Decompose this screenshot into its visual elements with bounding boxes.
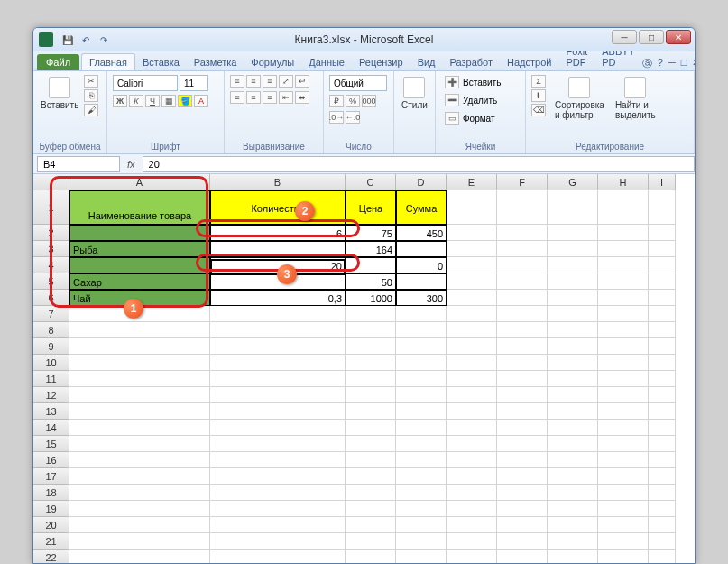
cell[interactable] [396,387,447,403]
window-minimize-icon[interactable]: ─ [668,57,676,70]
cell-b1[interactable]: Количество [210,190,346,225]
cell[interactable] [598,190,649,225]
cell[interactable] [598,241,649,257]
cell[interactable] [396,322,447,338]
font-color-button[interactable]: A [194,95,208,107]
row-header[interactable]: 6 [33,290,69,306]
cell[interactable] [396,550,447,564]
help-icon[interactable]: ? [658,57,663,70]
cell[interactable] [210,517,346,533]
cell[interactable] [210,436,346,452]
tab-data[interactable]: Данные [301,54,352,70]
cell[interactable] [396,306,447,322]
cell[interactable] [69,517,210,533]
indent-dec-icon[interactable]: ⇤ [279,91,293,104]
cell-c5[interactable]: 50 [346,273,396,290]
find-select-button[interactable]: Найти и выделить [613,75,658,122]
close-button[interactable]: ✕ [666,30,691,44]
row-header[interactable]: 20 [33,517,69,533]
cell[interactable] [649,355,676,371]
cell[interactable] [548,452,598,468]
cell[interactable] [649,517,676,533]
col-header-b[interactable]: B [210,174,346,190]
align-middle-icon[interactable]: ≡ [246,75,261,88]
cell[interactable] [396,338,447,355]
cell-a2[interactable] [69,225,210,241]
cell[interactable] [497,371,548,387]
cell[interactable] [210,550,346,564]
cell[interactable] [447,225,497,241]
cell[interactable] [447,436,497,452]
cell[interactable] [346,550,396,564]
file-tab[interactable]: Файл [37,54,79,70]
row-header[interactable]: 12 [33,387,69,403]
cell[interactable] [497,225,548,241]
cell[interactable] [649,322,676,338]
cell[interactable] [447,273,497,290]
cell[interactable] [548,420,598,436]
cell[interactable] [548,436,598,452]
cell[interactable] [69,403,210,420]
cell[interactable] [497,190,548,225]
number-format-select[interactable]: Общий [329,75,387,91]
cell[interactable] [649,190,676,225]
cell[interactable] [548,533,598,550]
cell[interactable] [396,403,447,420]
cell[interactable] [346,533,396,550]
col-header-h[interactable]: H [598,174,649,190]
cell[interactable] [497,468,548,485]
cell[interactable] [598,273,649,290]
cell-d6[interactable]: 300 [396,290,447,306]
cell[interactable] [69,420,210,436]
cell-a4[interactable] [69,257,210,273]
cell[interactable] [548,273,598,290]
cell[interactable] [548,225,598,241]
cell[interactable] [69,452,210,468]
delete-cells-button[interactable]: ➖Удалить [441,93,501,107]
cell[interactable] [396,468,447,485]
cell[interactable] [598,533,649,550]
insert-cells-button[interactable]: ➕Вставить [441,75,504,89]
cell[interactable] [210,355,346,371]
cell[interactable] [598,452,649,468]
cell-d4[interactable]: 0 [396,257,447,273]
cell[interactable] [210,306,346,322]
cell[interactable] [346,420,396,436]
cell[interactable] [598,517,649,533]
cell[interactable] [210,387,346,403]
cell[interactable] [346,501,396,517]
cell[interactable] [649,241,676,257]
cell[interactable] [497,322,548,338]
cell-c4[interactable] [346,257,396,273]
worksheet[interactable]: A B C D E F G H I 1 Наименование товара … [33,174,695,564]
cell[interactable] [649,403,676,420]
cell[interactable] [447,403,497,420]
cell-c1[interactable]: Цена [346,190,396,225]
clear-icon[interactable]: ⌫ [531,104,546,116]
cell[interactable] [210,533,346,550]
cell[interactable] [497,387,548,403]
cell[interactable] [649,225,676,241]
cell[interactable] [210,371,346,387]
cell[interactable] [497,533,548,550]
cell[interactable] [396,452,447,468]
cell[interactable] [447,550,497,564]
tab-layout[interactable]: Разметка [187,54,244,70]
wrap-text-icon[interactable]: ↩ [295,75,309,88]
cell[interactable] [69,322,210,338]
cell[interactable] [210,452,346,468]
cell[interactable] [69,436,210,452]
row-header[interactable]: 4 [33,257,69,273]
cell[interactable] [69,550,210,564]
cell[interactable] [69,355,210,371]
cell[interactable] [447,257,497,273]
row-header[interactable]: 9 [33,338,69,355]
cell[interactable] [548,550,598,564]
cell[interactable] [69,371,210,387]
merge-icon[interactable]: ⬌ [295,91,309,104]
sort-filter-button[interactable]: Сортировка и фильтр [553,75,606,122]
cell[interactable] [346,452,396,468]
tab-formulas[interactable]: Формулы [244,54,301,70]
currency-icon[interactable]: ₽ [329,95,344,107]
decrease-decimal-icon[interactable]: ←.0 [346,111,360,124]
